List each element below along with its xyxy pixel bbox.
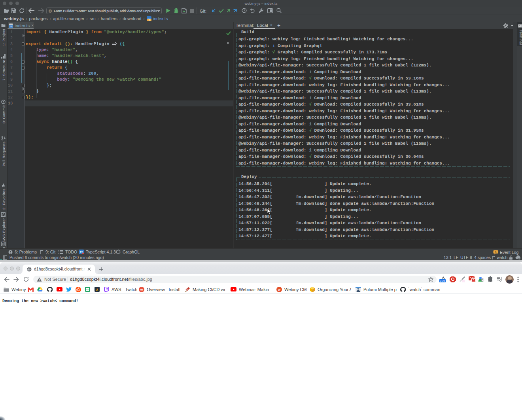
svg-text:w: w	[140, 288, 143, 291]
svg-text:λ: λ	[96, 288, 98, 291]
svg-text:w: w	[278, 288, 281, 291]
svg-text:6: 6	[495, 251, 497, 254]
svg-text:TS: TS	[9, 25, 12, 28]
svg-text:TS: TS	[148, 18, 151, 21]
